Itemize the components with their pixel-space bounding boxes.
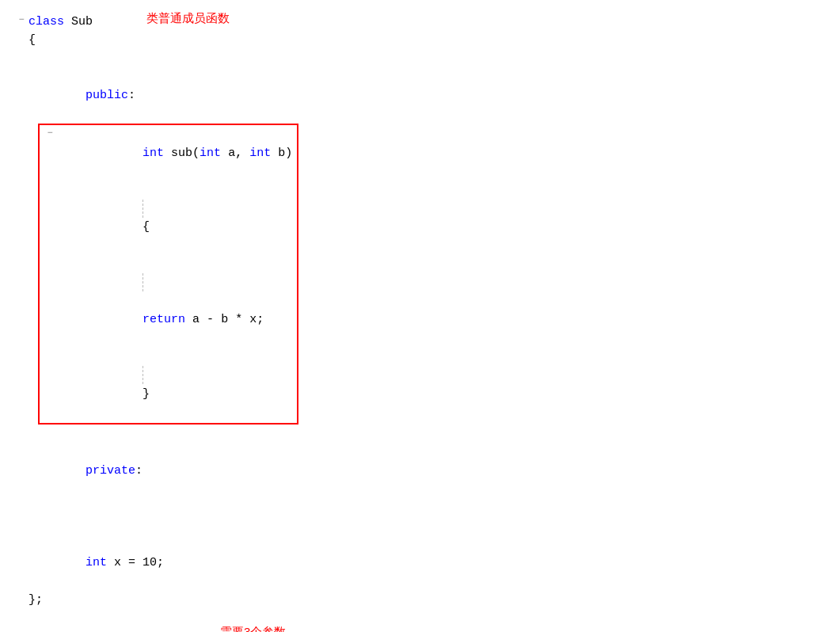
main-section: 需要3个参数 − int main() { function<int(Sub, (8, 625, 840, 632)
line-content: { (57, 181, 292, 255)
line-content: private: (29, 425, 840, 498)
line-content: } (57, 348, 292, 422)
line-content: int main() (29, 628, 840, 632)
code-line: int x = 10; (8, 498, 840, 590)
line-content: return a - b * x; (57, 255, 292, 348)
code-line: private: (8, 425, 840, 498)
code-line: }; (8, 591, 840, 609)
fold-icon[interactable]: − (14, 13, 29, 28)
code-line: − int main() (8, 628, 840, 632)
code-area: 类普通成员函数 − class Sub { public: − (0, 0, 840, 632)
line-content: int x = 10; (29, 498, 840, 590)
class-section: 类普通成员函数 − class Sub { public: − (8, 10, 840, 614)
code-line: { (43, 181, 292, 255)
line-content: }; (29, 591, 840, 609)
line-content: class Sub (29, 13, 840, 31)
fold-icon[interactable]: − (14, 628, 29, 632)
code-line: } (43, 348, 292, 422)
fold-icon[interactable]: − (43, 126, 57, 141)
line-content: { (29, 31, 840, 49)
code-line: − int sub(int a, int b) (43, 126, 292, 181)
line-content: int sub(int a, int b) (57, 126, 292, 181)
code-line: { (8, 31, 840, 49)
code-line: return a - b * x; (43, 255, 292, 348)
code-line: public: (8, 50, 840, 124)
code-line: − class Sub (8, 13, 840, 31)
line-content: public: (29, 50, 840, 124)
